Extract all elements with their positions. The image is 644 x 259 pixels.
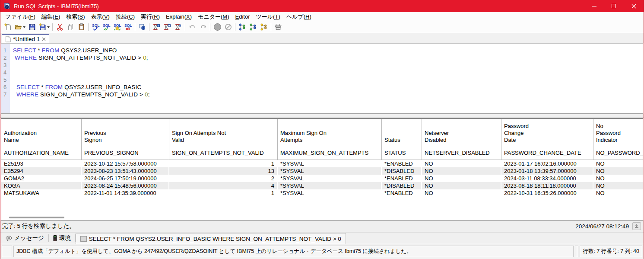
save-as-button[interactable] bbox=[38, 22, 51, 32]
line-number: 2 bbox=[1, 54, 10, 61]
tab-environment[interactable]: 環境 bbox=[49, 233, 75, 244]
table-row[interactable]: MATSUKAWA2022-11-01 14:35:39.0000001*SYS… bbox=[1, 189, 643, 197]
table-row[interactable]: E251932023-10-12 15:57:58.0000001*SYSVAL… bbox=[1, 160, 643, 167]
code-line[interactable]: SELECT * FROM QSYS2.USER_INFO_BASIC bbox=[10, 83, 643, 91]
visual-explain-run-icon bbox=[249, 23, 257, 31]
menu-item[interactable]: Editor bbox=[232, 13, 253, 20]
column-header[interactable]: No Password IndicatorNO_PASSWORD_INDICAT… bbox=[593, 119, 643, 160]
table-cell: 2023-08-18 18:11:18.000000 bbox=[501, 182, 593, 189]
jdbc-configuration-button[interactable] bbox=[137, 22, 147, 32]
jdbc-settings-icon bbox=[139, 23, 146, 31]
open-folder-icon bbox=[15, 23, 22, 31]
sql-history-button[interactable] bbox=[173, 22, 183, 32]
pane-splitter[interactable] bbox=[0, 114, 644, 118]
new-sql-script-button[interactable] bbox=[3, 22, 13, 32]
visual-explain-button[interactable] bbox=[237, 22, 247, 32]
save-results-button[interactable] bbox=[632, 222, 641, 230]
menu-item[interactable]: 実行(R) bbox=[138, 13, 163, 21]
code-area[interactable]: SELECT * FROM QSYS2.USER_INFO WHERE SIGN… bbox=[10, 44, 643, 113]
code-line[interactable] bbox=[10, 76, 643, 83]
sql-run-all-button[interactable]: SQL bbox=[101, 22, 111, 32]
table-cell: NO bbox=[593, 160, 643, 167]
status-spacer-box bbox=[575, 246, 578, 257]
paste-button[interactable] bbox=[76, 22, 86, 32]
table-cell: 13 bbox=[169, 167, 278, 175]
table-cell: *SYSVAL bbox=[278, 175, 382, 182]
code-line[interactable]: WHERE SIGN_ON_ATTEMPTS_NOT_VALID > 0; bbox=[10, 91, 643, 98]
code-line[interactable]: WHERE SIGN_ON_ATTEMPTS_NOT_VALID > 0; bbox=[10, 54, 643, 61]
copy-icon bbox=[67, 23, 74, 31]
sql-run-from-cursor-button[interactable]: SQL bbox=[123, 22, 133, 32]
close-button[interactable] bbox=[624, 0, 644, 12]
editor-tab-bar: *Untitled 1 bbox=[0, 33, 644, 43]
undo-button[interactable] bbox=[187, 22, 197, 32]
menu-item[interactable]: モニター(M) bbox=[195, 13, 232, 21]
table-cell: NO bbox=[593, 175, 643, 182]
table-row[interactable]: E352942023-08-23 13:51:43.00000013*SYSVA… bbox=[1, 167, 643, 175]
minimize-button[interactable] bbox=[584, 0, 604, 12]
menu-item[interactable]: Explain(X) bbox=[163, 13, 195, 20]
save-button[interactable] bbox=[27, 22, 37, 32]
redo-button[interactable] bbox=[198, 22, 208, 32]
column-header[interactable]: Password Change DatePASSWORD_CHANGE_DATE bbox=[501, 119, 593, 160]
visual-explain-tools-button[interactable] bbox=[259, 22, 269, 32]
tab-sql-statement[interactable]: SELECT * FROM QSYS2.USER_INFO_BASIC WHER… bbox=[76, 233, 346, 244]
maximize-button[interactable] bbox=[604, 0, 624, 12]
scrollbar-thumb[interactable] bbox=[9, 217, 64, 218]
cut-button[interactable] bbox=[54, 22, 65, 32]
menu-item[interactable]: 編集(E) bbox=[38, 13, 63, 21]
tab-untitled-1[interactable]: *Untitled 1 bbox=[2, 34, 49, 43]
horizontal-scrollbar[interactable] bbox=[1, 215, 643, 220]
table-row[interactable]: KOGA2023-08-24 15:48:56.0000004*SYSVAL*D… bbox=[1, 182, 643, 189]
menu-item[interactable]: 接続(C) bbox=[113, 13, 138, 21]
menu-item[interactable]: 表示(V) bbox=[88, 13, 113, 21]
copy-button[interactable] bbox=[65, 22, 76, 32]
print-button[interactable] bbox=[273, 22, 283, 32]
code-line[interactable] bbox=[10, 69, 643, 76]
table-cell: 2024-06-25 17:50:19.000000 bbox=[82, 175, 169, 182]
column-header[interactable]: Netserver DisabledNETSERVER_DISABLED bbox=[422, 119, 501, 160]
menu-item[interactable]: 検索(S) bbox=[63, 13, 88, 21]
code-line[interactable] bbox=[10, 61, 643, 69]
title-bar: Run SQL Scripts - IBMI75(Ibmi75) bbox=[0, 0, 644, 12]
connection-message: JDBC 構成「デフォルト」を使用して、GOMA から 247492/QUSER… bbox=[13, 246, 574, 257]
stop-icon bbox=[213, 23, 222, 31]
table-cell: *SYSVAL bbox=[278, 189, 382, 197]
svg-text:SQL: SQL bbox=[103, 24, 110, 28]
column-label: Authorization Name bbox=[4, 130, 79, 144]
table-row[interactable]: GOMA22024-06-25 17:50:19.0000002*SYSVAL*… bbox=[1, 175, 643, 182]
stop-button[interactable] bbox=[212, 22, 222, 32]
maximize-icon bbox=[612, 4, 616, 8]
cancel-button[interactable] bbox=[223, 22, 233, 32]
sql-history-insert-button[interactable] bbox=[151, 22, 162, 32]
code-line[interactable]: SELECT * FROM QSYS2.USER_INFO bbox=[10, 47, 643, 54]
tab-messages[interactable]: メッセージ bbox=[1, 233, 48, 244]
column-name: PREVIOUS_SIGNON bbox=[84, 150, 166, 156]
line-number: 3 bbox=[1, 61, 10, 69]
tab-label: *Untitled 1 bbox=[13, 36, 40, 42]
sql-run-selected-button[interactable]: SQL bbox=[112, 22, 122, 32]
open-button[interactable] bbox=[13, 22, 26, 32]
minimize-icon bbox=[592, 6, 596, 6]
sql-editor[interactable]: 1234567 SELECT * FROM QSYS2.USER_INFO WH… bbox=[1, 43, 643, 114]
column-header[interactable]: StatusSTATUS bbox=[382, 119, 422, 160]
visual-explain-run-button[interactable] bbox=[248, 22, 258, 32]
line-number: 4 bbox=[1, 69, 10, 76]
table-cell: *DISABLED bbox=[382, 167, 422, 175]
table-cell: MATSUKAWA bbox=[1, 189, 82, 197]
paste-icon bbox=[78, 23, 85, 31]
table-cell: GOMA2 bbox=[1, 175, 82, 182]
column-header[interactable]: Previous SignonPREVIOUS_SIGNON bbox=[82, 119, 169, 160]
menu-item[interactable]: ヘルプ(H) bbox=[283, 13, 314, 21]
menu-item[interactable]: ファイル(F) bbox=[2, 13, 38, 21]
run-sql-scripts-window: Run SQL Scripts - IBMI75(Ibmi75) ファイル(F)… bbox=[0, 0, 644, 259]
tab-close-icon[interactable] bbox=[42, 37, 46, 41]
menu-item[interactable]: ツール(T) bbox=[253, 13, 283, 21]
table-cell: 2 bbox=[169, 175, 278, 182]
column-header[interactable]: Maximum Sign On AttemptsMAXIMUM_SIGN_ON_… bbox=[278, 119, 382, 160]
sql-history-prompt-button[interactable] bbox=[162, 22, 172, 32]
column-header[interactable]: Authorization NameAUTHORIZATION_NAME bbox=[1, 119, 82, 160]
column-label: Sign On Attempts Not Valid bbox=[172, 130, 275, 144]
sql-syntax-check-button[interactable]: SQL bbox=[90, 22, 101, 32]
column-header[interactable]: Sign On Attempts Not ValidSIGN_ON_ATTEMP… bbox=[169, 119, 278, 160]
